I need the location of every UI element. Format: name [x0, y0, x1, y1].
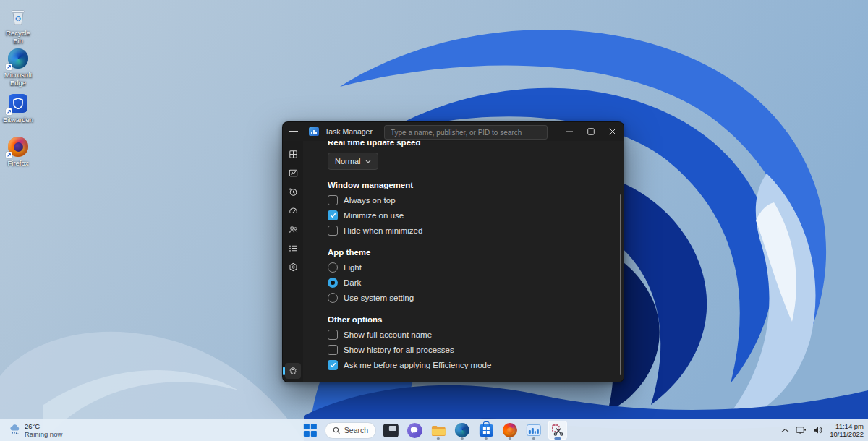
shortcut-arrow-icon — [6, 64, 12, 70]
desktop-icon-label: Bitwarden — [3, 116, 33, 124]
firefox-icon — [7, 136, 29, 158]
checkbox[interactable] — [328, 330, 338, 340]
app-history-icon — [288, 187, 299, 197]
checkbox[interactable] — [328, 345, 338, 355]
desktop-icon-label: Firefox — [7, 159, 28, 167]
checkbox[interactable] — [328, 360, 338, 370]
checkbox-row-show-history-all-processes[interactable]: Show history for all processes — [328, 344, 624, 355]
running-indicator — [532, 437, 535, 440]
checkbox-row-ask-before-efficiency-mode[interactable]: Ask me before applying Efficiency mode — [328, 359, 624, 370]
clock-date: 10/11/2022 — [830, 430, 864, 438]
radio-row-use-system-setting[interactable]: Use system setting — [328, 292, 624, 303]
taskbar-app-edge[interactable] — [453, 421, 472, 440]
checkbox-label: Minimize on use — [344, 211, 404, 220]
taskbar-center-icons: Search — [301, 419, 567, 441]
taskbar-app-firefox[interactable] — [501, 421, 519, 440]
minimize-button[interactable] — [558, 122, 580, 141]
weather-widget[interactable]: 26°C Raining now — [4, 419, 67, 441]
desktop-screen: ♻ Recycle Bin Microsoft Edge Bitwarden — [0, 0, 868, 441]
running-indicator — [485, 437, 488, 440]
scrollbar-thumb[interactable] — [620, 194, 622, 375]
sidebar-item-performance[interactable] — [285, 165, 301, 181]
checkbox[interactable] — [328, 195, 338, 205]
network-icon[interactable] — [796, 426, 807, 435]
close-button[interactable] — [602, 122, 624, 141]
radio-button[interactable] — [328, 278, 338, 288]
running-indicator — [461, 437, 464, 440]
desktop-icon-label: Microsoft Edge — [0, 71, 36, 87]
sidebar-item-settings[interactable] — [285, 363, 301, 379]
sidebar-item-users[interactable] — [285, 221, 301, 237]
shortcut-arrow-icon — [6, 152, 12, 158]
desktop-icon-microsoft-edge[interactable]: Microsoft Edge — [0, 48, 36, 87]
desktop-icon-firefox[interactable]: Firefox — [0, 136, 36, 167]
sidebar-item-processes[interactable] — [285, 146, 301, 162]
task-manager-window: Task Manager — [282, 121, 624, 382]
settings-page: Real time update speed Normal Window man… — [303, 141, 624, 382]
checkbox[interactable] — [328, 210, 338, 220]
radio-row-light[interactable]: Light — [328, 262, 624, 273]
radio-row-dark[interactable]: Dark — [328, 277, 624, 288]
search-input[interactable] — [384, 125, 548, 140]
system-tray: 11:14 pm 10/11/2022 — [781, 419, 864, 441]
maximize-button[interactable] — [580, 122, 602, 141]
checkbox-row-minimize-on-use[interactable]: Minimize on use — [328, 210, 624, 220]
dropdown-value: Normal — [335, 157, 360, 166]
radio-label: Light — [344, 263, 362, 272]
taskbar-clock[interactable]: 11:14 pm 10/11/2022 — [830, 422, 864, 438]
windows-logo-icon — [304, 424, 317, 437]
radio-label: Dark — [344, 278, 361, 287]
radio-button[interactable] — [328, 293, 338, 303]
chevron-down-icon — [365, 160, 371, 163]
selected-nav-indicator — [283, 367, 285, 375]
radio-button[interactable] — [328, 262, 338, 273]
task-manager-sidebar — [283, 141, 303, 382]
checkbox-label: Show full account name — [344, 330, 432, 339]
checkbox-label: Hide when minimized — [344, 226, 422, 235]
active-indicator — [555, 437, 561, 440]
taskbar: 26°C Raining now Search — [0, 419, 868, 441]
sidebar-item-app-history[interactable] — [285, 184, 301, 200]
snipping-tool-icon — [551, 424, 564, 437]
taskbar-app-task-manager[interactable] — [524, 421, 543, 440]
taskbar-app-file-explorer[interactable] — [429, 421, 448, 440]
file-explorer-icon — [431, 424, 446, 437]
checkbox-label: Show history for all processes — [344, 346, 454, 354]
firefox-icon — [503, 423, 517, 437]
desktop-icon-bitwarden[interactable]: Bitwarden — [0, 93, 36, 124]
taskbar-app-monitor[interactable] — [381, 421, 400, 440]
taskbar-app-microsoft-store[interactable] — [477, 421, 495, 440]
tray-chevron-up-icon[interactable] — [781, 428, 789, 433]
details-icon — [288, 243, 299, 254]
sidebar-item-startup-apps[interactable] — [285, 202, 301, 218]
edge-icon — [7, 48, 29, 69]
shortcut-arrow-icon — [6, 108, 12, 115]
sidebar-item-details[interactable] — [285, 240, 301, 256]
checkbox-label: Ask me before applying Efficiency mode — [344, 361, 491, 369]
search-label: Search — [344, 426, 368, 434]
checkbox-row-always-on-top[interactable]: Always on top — [328, 194, 624, 205]
checkbox-row-show-full-account-name[interactable]: Show full account name — [328, 329, 624, 340]
volume-icon[interactable] — [813, 426, 823, 434]
taskbar-app-chat[interactable] — [405, 421, 424, 440]
start-button[interactable] — [301, 421, 320, 440]
section-title-window-management: Window management — [328, 180, 624, 190]
title-bar[interactable]: Task Manager — [283, 122, 624, 141]
hamburger-menu-icon[interactable] — [283, 122, 305, 141]
taskbar-app-snipping-tool[interactable] — [548, 421, 567, 440]
bitwarden-icon — [7, 93, 29, 114]
checkbox-label: Always on top — [344, 196, 396, 205]
services-icon — [288, 262, 299, 273]
checkbox-row-hide-when-minimized[interactable]: Hide when minimized — [328, 225, 624, 236]
sidebar-item-services[interactable] — [285, 259, 301, 275]
checkbox[interactable] — [328, 226, 338, 236]
startup-apps-icon — [288, 205, 299, 216]
update-speed-dropdown[interactable]: Normal — [328, 153, 378, 170]
taskbar-search[interactable]: Search — [325, 422, 376, 439]
running-indicator — [509, 437, 511, 440]
desktop-icon-recycle-bin[interactable]: ♻ Recycle Bin — [0, 6, 36, 45]
edge-icon — [455, 423, 469, 437]
users-icon — [288, 224, 299, 235]
chat-icon — [407, 423, 422, 438]
search-icon — [333, 427, 341, 434]
